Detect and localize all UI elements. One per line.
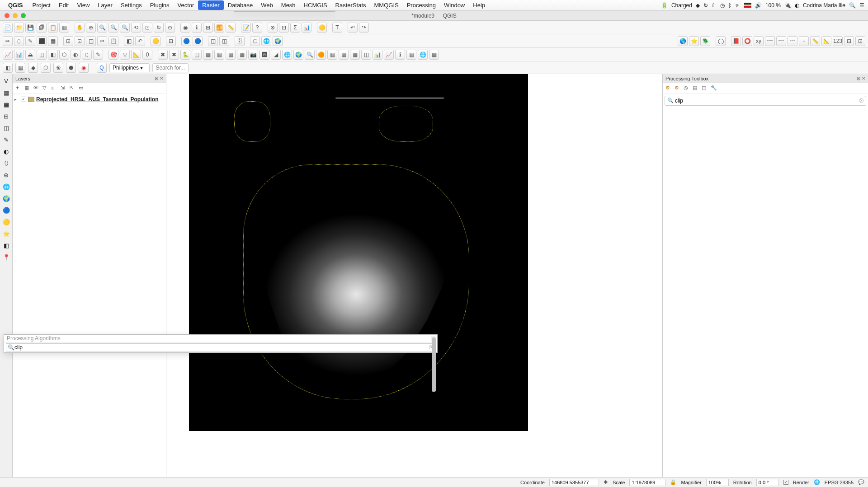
- tool-button[interactable]: ◧: [124, 36, 134, 46]
- tool-button[interactable]: ⛰: [25, 50, 35, 60]
- tool-button[interactable]: ⊡: [166, 36, 176, 46]
- tool-button[interactable]: xy: [754, 36, 764, 46]
- sidebar-tool[interactable]: ✎: [1, 135, 11, 145]
- gear-icon[interactable]: ⚙: [675, 85, 682, 92]
- tool-button[interactable]: ✏: [3, 36, 13, 46]
- tool-button[interactable]: 🌐: [418, 50, 428, 60]
- tool-button[interactable]: 🔍: [305, 50, 315, 60]
- time-machine-icon[interactable]: ◐: [795, 2, 799, 9]
- tool-button[interactable]: 🌎: [678, 36, 688, 46]
- tool-button[interactable]: ✖: [158, 50, 168, 60]
- sidebar-tool[interactable]: ▦: [1, 88, 11, 98]
- tool-button[interactable]: ⭐: [689, 36, 699, 46]
- tool-button[interactable]: 123: [833, 36, 843, 46]
- tool-button[interactable]: 🗐: [37, 23, 47, 33]
- tool-button[interactable]: 📏: [810, 36, 820, 46]
- tool-button[interactable]: 📝: [241, 23, 251, 33]
- tool-button[interactable]: 📐: [131, 50, 141, 60]
- tool-button[interactable]: ◫: [219, 36, 229, 46]
- menu-plugins[interactable]: Plugins: [146, 0, 174, 10]
- tool-button[interactable]: ℹ: [192, 23, 202, 33]
- tool-button[interactable]: ◫: [361, 50, 371, 60]
- menu-help[interactable]: Help: [469, 0, 489, 10]
- evernote-icon[interactable]: ◆: [696, 2, 700, 9]
- tool-button[interactable]: 📊: [373, 50, 382, 60]
- tool-button[interactable]: ⊡: [855, 36, 865, 46]
- scrollbar[interactable]: [431, 336, 436, 342]
- results-icon[interactable]: ▤: [693, 85, 700, 92]
- tool-button[interactable]: T: [332, 23, 342, 33]
- tool-button[interactable]: 📋: [48, 23, 58, 33]
- menu-rasterstats[interactable]: RasterStats: [331, 0, 370, 10]
- tool-button[interactable]: 📏: [226, 23, 236, 33]
- tool-button[interactable]: ▽: [120, 50, 130, 60]
- tool-button[interactable]: ◯: [716, 36, 726, 46]
- tool-button[interactable]: ↷: [359, 23, 369, 33]
- tool-button[interactable]: ?: [252, 23, 262, 33]
- sidebar-tool[interactable]: 🟡: [1, 217, 11, 227]
- volume-icon[interactable]: 🔊: [755, 2, 762, 9]
- style-icon[interactable]: ✦: [15, 85, 23, 92]
- sidebar-tool[interactable]: ⬯: [1, 158, 11, 168]
- layer-row[interactable]: ▸Reprojected_HRSL_AUS_Tasmania_Populatio…: [14, 96, 164, 103]
- lock-icon[interactable]: 🔒: [670, 479, 676, 485]
- tool-button[interactable]: ◆: [28, 63, 38, 73]
- tool-button[interactable]: 🌐: [282, 50, 292, 60]
- clear-icon[interactable]: ⓧ: [859, 98, 863, 104]
- tool-button[interactable]: 🌍: [293, 50, 303, 60]
- tool-button[interactable]: 📕: [731, 36, 741, 46]
- tool-button[interactable]: 🔵: [181, 36, 191, 46]
- sidebar-tool[interactable]: 🔵: [1, 205, 11, 215]
- toolbox-tree[interactable]: [663, 108, 868, 477]
- options-icon[interactable]: 🔧: [711, 85, 718, 92]
- locator-input[interactable]: [6, 343, 435, 351]
- tool-button[interactable]: 🔍: [108, 23, 118, 33]
- menu-project[interactable]: Project: [28, 0, 55, 10]
- sidebar-tool[interactable]: V: [1, 76, 11, 86]
- tool-button[interactable]: ⊡: [279, 23, 289, 33]
- tool-button[interactable]: 📋: [108, 36, 118, 46]
- tool-button[interactable]: 🟠: [316, 50, 326, 60]
- minimize-window-button[interactable]: [13, 13, 18, 18]
- tool-button[interactable]: 〰: [776, 36, 786, 46]
- extent-icon[interactable]: ❖: [604, 479, 608, 485]
- tool-button[interactable]: ◫: [208, 36, 218, 46]
- tool-button[interactable]: 🗄: [235, 36, 245, 46]
- tool-button[interactable]: ◧: [3, 63, 13, 73]
- tool-button[interactable]: ⬡: [250, 36, 260, 46]
- zoom-window-button[interactable]: [21, 13, 26, 18]
- menu-edit[interactable]: Edit: [55, 0, 73, 10]
- toolbox-search-input[interactable]: [665, 96, 866, 106]
- scale-input[interactable]: [629, 479, 665, 486]
- tool-button[interactable]: ⬣: [66, 63, 76, 73]
- tool-button[interactable]: ⊡: [63, 36, 73, 46]
- tool-button[interactable]: Σ: [290, 23, 300, 33]
- sidebar-tool[interactable]: 🌍: [1, 193, 11, 203]
- tool-button[interactable]: ▦: [339, 50, 349, 60]
- wifi-icon[interactable]: ᯤ: [735, 2, 741, 9]
- rot-input[interactable]: [756, 479, 779, 486]
- expand-icon[interactable]: ⇲: [61, 85, 68, 92]
- messages-icon[interactable]: 💬: [858, 479, 864, 485]
- crs-label[interactable]: EPSG:28355: [825, 480, 854, 485]
- sidebar-tool[interactable]: 📍: [1, 252, 11, 262]
- tool-button[interactable]: 🔍: [97, 23, 107, 33]
- app-name[interactable]: QGIS: [8, 2, 23, 9]
- menu-settings[interactable]: Settings: [117, 0, 146, 10]
- sidebar-tool[interactable]: 🌐: [1, 182, 11, 192]
- tool-button[interactable]: ◫: [86, 36, 96, 46]
- user-name[interactable]: Codrina Maria Ilie: [803, 2, 845, 9]
- tool-button[interactable]: ✖: [169, 50, 179, 60]
- menu-mmqgis[interactable]: MMQGIS: [370, 0, 403, 10]
- tool-button[interactable]: ⊙: [165, 23, 175, 33]
- tool-button[interactable]: ✂: [97, 36, 107, 46]
- tool-button[interactable]: ⬯: [14, 36, 24, 46]
- tool-button[interactable]: ↻: [154, 23, 164, 33]
- tool-button[interactable]: 📄: [3, 23, 13, 33]
- collapse-icon[interactable]: ⇱: [70, 85, 77, 92]
- map-canvas[interactable]: [166, 74, 662, 477]
- sync-icon[interactable]: ↻: [703, 2, 708, 9]
- tool-button[interactable]: 🪲: [700, 36, 710, 46]
- extraction-submenu[interactable]: [335, 98, 444, 98]
- tool-button[interactable]: ↶: [348, 23, 358, 33]
